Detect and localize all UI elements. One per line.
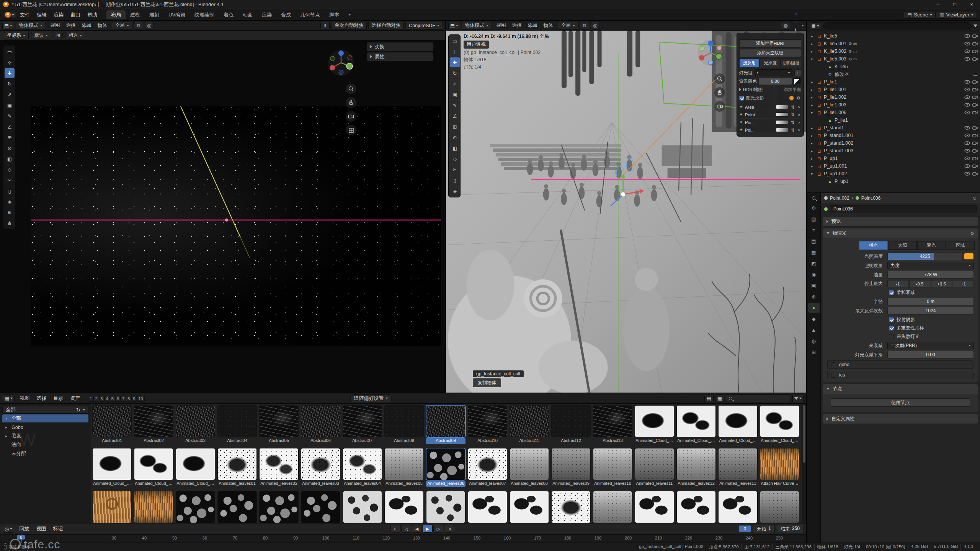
asset-card[interactable] xyxy=(300,490,341,523)
properties-tab[interactable]: ● xyxy=(808,303,820,313)
expand-arrow[interactable]: ▸ xyxy=(5,425,9,429)
eye-icon[interactable] xyxy=(964,141,970,145)
hdri-section-arrow[interactable] xyxy=(739,88,741,91)
asset-card[interactable]: Animated_leaves07 xyxy=(467,447,508,490)
asset-card[interactable]: Animated_leaves02 xyxy=(258,447,300,490)
tool-button[interactable]: ⊞ xyxy=(450,122,460,132)
menu-item[interactable]: 编辑 xyxy=(33,11,50,18)
catalog-item[interactable]: 法向 xyxy=(2,441,88,449)
breadcrumb-root[interactable]: Point.002 xyxy=(830,196,849,201)
eye-icon[interactable] xyxy=(964,88,970,91)
tool-button[interactable]: ▯ xyxy=(450,175,460,185)
light-list-item[interactable]: ☀ Poi.. ⇅ × xyxy=(739,126,801,134)
tool-button[interactable]: ✎ xyxy=(450,100,460,110)
asset-card[interactable]: Animated_leaves13 xyxy=(717,447,759,490)
light-panel-tab[interactable]: 漫反射 xyxy=(739,59,760,67)
soft-falloff-checkbox[interactable] xyxy=(889,290,894,295)
properties-tab[interactable]: ◆ xyxy=(808,314,820,324)
asset-card[interactable] xyxy=(467,490,508,523)
light-reorder-icon[interactable]: ⇅ xyxy=(790,127,795,133)
outliner-row[interactable]: ▸ ◻ P_stand1.003 xyxy=(807,147,980,155)
catalog-item[interactable]: ▾ 全部 xyxy=(2,414,88,422)
tool-button[interactable]: ◧ xyxy=(450,143,460,153)
tool-button[interactable]: ↻ xyxy=(450,68,460,78)
properties-tab[interactable]: ▦ xyxy=(808,247,820,257)
tool-button[interactable]: ⊙ xyxy=(450,132,460,142)
catalog-number-tab[interactable]: 10 xyxy=(137,396,144,402)
camera-icon[interactable] xyxy=(972,134,978,137)
light-delete-icon[interactable]: × xyxy=(797,112,801,117)
tool-button[interactable]: ⊙ xyxy=(5,143,15,153)
menu-item[interactable]: 窗口 xyxy=(67,11,84,18)
asset-card[interactable]: Abstract02 xyxy=(133,404,175,447)
sun-options-icon[interactable]: ⚙ xyxy=(796,95,801,101)
orientation-selector[interactable]: 全局 xyxy=(558,22,578,29)
section-custom-properties[interactable]: 自定义属性 xyxy=(823,414,978,424)
power-field[interactable]: 778 W xyxy=(887,271,974,279)
tool-button[interactable]: ✂ xyxy=(450,165,460,174)
ies-subpanel[interactable]: ies xyxy=(827,371,973,379)
snap-magnet-icon[interactable]: ⋒ xyxy=(134,22,143,29)
n-panel-tab[interactable]: 变换 xyxy=(366,42,434,51)
asset-search-input[interactable] xyxy=(734,395,788,402)
playback-button[interactable]: ◀ xyxy=(412,525,422,533)
autofocus-once-button[interactable]: 单次自动对焦 xyxy=(331,22,367,29)
eye-icon[interactable] xyxy=(964,34,970,38)
orientation-selector[interactable]: 全局 xyxy=(112,22,132,29)
catalog-number-tab[interactable]: 5 xyxy=(110,396,115,402)
outliner-row[interactable]: ▸ ◻ P_stand1.001 xyxy=(807,132,980,139)
tool-button[interactable]: ▣ xyxy=(5,100,15,110)
asset-card[interactable]: Abstract03 xyxy=(175,404,216,447)
background-strength-slider[interactable]: 0.00 xyxy=(759,78,792,85)
sun-shadow-checkbox[interactable] xyxy=(739,96,744,101)
asset-card[interactable]: Animated_leaves12 xyxy=(675,447,717,490)
menu-item[interactable]: 选择 xyxy=(63,22,79,29)
light-type-tab[interactable]: 太阳 xyxy=(888,241,917,250)
section-physical-light[interactable]: 物理光⚙ xyxy=(823,228,978,238)
workspace-tab[interactable]: + xyxy=(344,10,356,19)
tool-button[interactable]: ⋔ xyxy=(5,218,15,228)
tool-button[interactable]: ⇗ xyxy=(450,79,460,89)
light-list-item[interactable]: ☀ Poi.. ⇅ × xyxy=(739,118,801,126)
menu-item[interactable]: 文件 xyxy=(16,11,33,18)
close-button[interactable]: × xyxy=(963,0,980,9)
asset-card[interactable]: Animated_Cloud_… xyxy=(175,447,216,490)
menu-item[interactable]: 视图 xyxy=(47,22,63,29)
properties-tab[interactable]: ▤ xyxy=(808,236,820,246)
menu-item[interactable]: 视图 xyxy=(16,395,33,402)
outliner-row[interactable]: ▸ ◻ K_lie5.002 ⚙▭ xyxy=(807,47,980,55)
camera-icon[interactable] xyxy=(972,164,978,168)
eye-icon[interactable] xyxy=(964,164,970,168)
asset-card[interactable] xyxy=(133,490,175,523)
gobo-checkbox[interactable] xyxy=(831,362,836,367)
library-selector[interactable]: 全部↻ xyxy=(2,406,88,414)
tool-button[interactable]: ◇ xyxy=(450,154,460,164)
asset-scrollbar[interactable] xyxy=(802,404,806,523)
camera-icon[interactable] xyxy=(972,95,978,99)
mode-selector[interactable]: 物体模式 xyxy=(462,22,492,29)
tool-button[interactable]: ◇ xyxy=(5,165,15,174)
pan-hand-icon[interactable] xyxy=(346,97,356,108)
outliner-row[interactable]: ⚙ 修改器 ▭ xyxy=(807,70,980,78)
camera-icon[interactable] xyxy=(972,88,978,91)
camera-icon[interactable] xyxy=(972,172,978,176)
refresh-icon[interactable]: ↻ xyxy=(76,407,80,413)
asset-card[interactable] xyxy=(634,490,675,523)
caustics-checkbox[interactable] xyxy=(889,334,894,339)
asset-card[interactable] xyxy=(508,490,550,523)
editor-type-button[interactable]: ⬒ xyxy=(2,22,14,29)
tool-button[interactable]: ∠ xyxy=(450,111,460,121)
grid-icon[interactable]: ⊞ xyxy=(54,32,63,39)
shading-mode-button[interactable]: ○ xyxy=(792,10,800,18)
pause-icon[interactable]: ‖ xyxy=(320,22,330,29)
search-icon[interactable] xyxy=(812,196,815,200)
eye-icon[interactable] xyxy=(964,172,970,176)
eye-icon[interactable] xyxy=(964,95,970,99)
camera-icon[interactable] xyxy=(972,111,978,114)
workspace-tab[interactable]: 雕刻 xyxy=(145,10,164,19)
expand-arrow[interactable]: ▾ xyxy=(811,111,815,115)
stop-button[interactable]: +1 xyxy=(953,280,974,287)
temperature-slider[interactable]: 4225 xyxy=(887,253,962,260)
gobo-subpanel[interactable]: gobo xyxy=(827,360,973,369)
sun-color-swatch[interactable] xyxy=(789,96,794,101)
